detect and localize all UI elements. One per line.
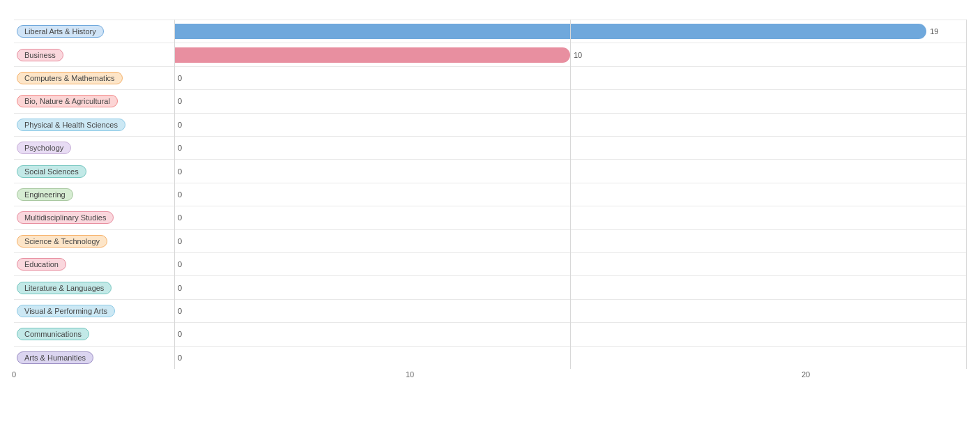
bars-section: Liberal Arts & History19Business10Comput… [14, 20, 966, 369]
bar-track: 0 [174, 90, 966, 112]
bar-track: 0 [174, 276, 966, 298]
bar-row: Social Sciences0 [14, 159, 966, 182]
bar-row: Business10 [14, 43, 966, 66]
bar-value-label: 0 [178, 284, 182, 292]
bar-value-label: 10 [574, 51, 582, 59]
bar-fill [174, 47, 570, 63]
x-tick: 0 [12, 370, 16, 379]
bar-label: Social Sciences [14, 165, 174, 178]
bar-value-label: 0 [178, 237, 182, 245]
chart-area: Liberal Arts & History19Business10Comput… [14, 20, 966, 384]
bar-label-pill: Education [17, 258, 66, 271]
bar-value-label: 0 [178, 260, 182, 268]
bar-value-label: 0 [178, 307, 182, 315]
bar-track: 0 [174, 300, 966, 322]
bar-label: Bio, Nature & Agricultural [14, 95, 174, 107]
bar-track: 10 [174, 43, 966, 66]
bar-fill [174, 24, 926, 39]
bar-label: Arts & Humanities [14, 351, 174, 364]
bar-value-label: 0 [178, 121, 182, 129]
bar-label: Multidisciplinary Studies [14, 211, 174, 224]
bar-row: Computers & Mathematics0 [14, 66, 966, 89]
bar-value-label: 0 [178, 167, 182, 176]
bar-label-pill: Liberal Arts & History [17, 25, 104, 38]
bar-track: 0 [174, 137, 966, 159]
x-tick: 10 [406, 370, 414, 379]
bar-label-pill: Multidisciplinary Studies [17, 211, 114, 224]
bar-label-pill: Communications [17, 328, 89, 340]
bar-row: Liberal Arts & History19 [14, 20, 966, 43]
bar-row: Psychology0 [14, 136, 966, 159]
bar-track: 0 [174, 67, 966, 89]
bar-label: Liberal Arts & History [14, 25, 174, 38]
bar-label-pill: Social Sciences [17, 165, 86, 178]
bar-row: Engineering0 [14, 183, 966, 206]
bar-label: Visual & Performing Arts [14, 305, 174, 317]
bar-value-label: 0 [178, 213, 182, 222]
bar-track: 0 [174, 230, 966, 252]
bar-label: Computers & Mathematics [14, 72, 174, 84]
chart-container: Liberal Arts & History19Business10Comput… [0, 0, 980, 440]
bar-value-label: 19 [930, 27, 938, 36]
bar-label-pill: Science & Technology [17, 235, 107, 248]
bar-label: Education [14, 258, 174, 271]
bar-track: 0 [174, 114, 966, 136]
bar-value-label: 0 [178, 144, 182, 152]
bar-value-label: 0 [178, 330, 182, 338]
bar-row: Literature & Languages0 [14, 275, 966, 298]
bar-label: Communications [14, 328, 174, 340]
bar-label-pill: Physical & Health Sciences [17, 119, 125, 131]
x-tick: 20 [802, 370, 810, 379]
bar-label-pill: Psychology [17, 142, 71, 154]
bar-value-label: 0 [178, 74, 182, 82]
bar-row: Visual & Performing Arts0 [14, 299, 966, 322]
bar-row: Bio, Nature & Agricultural0 [14, 89, 966, 112]
bar-label: Science & Technology [14, 235, 174, 248]
bar-label: Business [14, 49, 174, 61]
bar-track: 0 [174, 183, 966, 206]
x-axis: 01020 [14, 370, 966, 384]
bar-track: 0 [174, 347, 966, 369]
grid-line [966, 20, 967, 369]
bar-row: Education0 [14, 252, 966, 275]
bar-label-pill: Computers & Mathematics [17, 72, 123, 84]
bar-label: Literature & Languages [14, 282, 174, 294]
bar-label: Psychology [14, 142, 174, 154]
bar-label: Engineering [14, 188, 174, 201]
bar-label-pill: Visual & Performing Arts [17, 305, 115, 317]
bar-label-pill: Literature & Languages [17, 282, 112, 294]
bar-row: Physical & Health Sciences0 [14, 113, 966, 136]
bar-value-label: 0 [178, 97, 182, 105]
bar-track: 0 [174, 323, 966, 345]
bar-track: 0 [174, 160, 966, 182]
bar-label: Physical & Health Sciences [14, 119, 174, 131]
bar-label-pill: Engineering [17, 188, 73, 201]
bar-row: Communications0 [14, 322, 966, 345]
bar-label-pill: Bio, Nature & Agricultural [17, 95, 118, 107]
bar-row: Multidisciplinary Studies0 [14, 206, 966, 229]
bar-row: Science & Technology0 [14, 229, 966, 252]
bar-value-label: 0 [178, 354, 182, 362]
bar-row: Arts & Humanities0 [14, 346, 966, 369]
bar-track: 0 [174, 206, 966, 229]
bar-label-pill: Arts & Humanities [17, 351, 93, 364]
bar-track: 0 [174, 253, 966, 275]
bar-track: 19 [174, 20, 966, 43]
bar-label-pill: Business [17, 49, 63, 61]
bar-value-label: 0 [178, 190, 182, 199]
